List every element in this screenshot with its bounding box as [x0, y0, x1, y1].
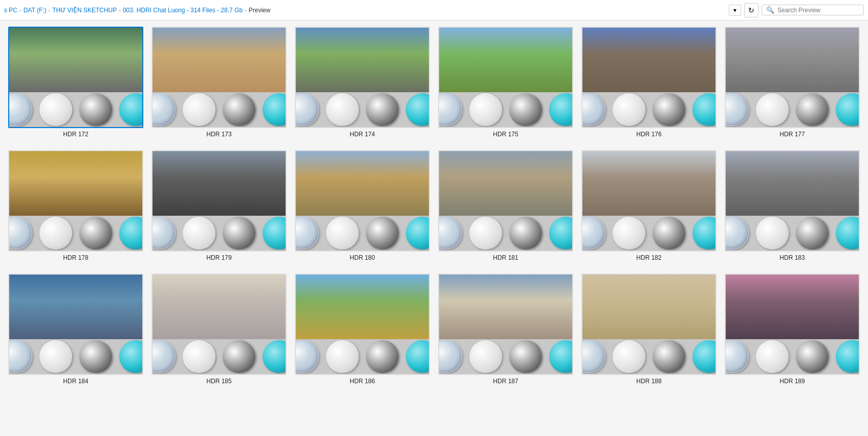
thumbnail-item-hdr-179[interactable]: HDR 179	[151, 150, 287, 261]
thumb-wrapper-hdr-173	[151, 27, 287, 128]
thumbnail-item-hdr-182[interactable]: HDR 182	[581, 150, 717, 261]
white-sphere-hdr-182	[613, 217, 645, 250]
thumb-label-hdr-183: HDR 183	[779, 254, 805, 261]
hdr-scene-hdr-181	[439, 151, 572, 216]
sphere-strip-hdr-188	[582, 339, 715, 374]
hdr-scene-hdr-188	[582, 275, 715, 339]
cyan-sphere-hdr-186	[406, 340, 430, 373]
hdr-scene-hdr-172	[9, 28, 142, 92]
glass-sphere-hdr-179	[151, 217, 176, 250]
thumbnail-item-hdr-176[interactable]: HDR 176	[581, 27, 717, 138]
glass-sphere-hdr-178	[8, 217, 32, 250]
cyan-sphere-hdr-189	[836, 340, 860, 373]
search-input[interactable]	[777, 7, 859, 14]
thumb-label-hdr-185: HDR 185	[206, 378, 231, 385]
hdr-scene-hdr-177	[726, 28, 859, 92]
cyan-sphere-hdr-175	[549, 93, 573, 126]
cyan-sphere-hdr-180	[406, 217, 430, 250]
glass-sphere-hdr-177	[725, 93, 749, 126]
thumb-wrapper-hdr-188	[581, 274, 717, 375]
white-sphere-hdr-184	[39, 340, 72, 373]
cyan-sphere-hdr-187	[549, 340, 573, 373]
hdr-scene-hdr-173	[153, 28, 286, 92]
hdr-scene-hdr-185	[153, 275, 286, 339]
thumbnail-item-hdr-183[interactable]: HDR 183	[725, 150, 860, 261]
thumb-wrapper-hdr-175	[438, 27, 573, 128]
thumbnail-item-hdr-175[interactable]: HDR 175	[438, 27, 573, 138]
glass-sphere-hdr-183	[725, 217, 749, 250]
white-sphere-hdr-173	[183, 93, 215, 126]
sphere-strip-hdr-184	[9, 339, 142, 374]
white-sphere-hdr-178	[39, 217, 72, 250]
thumbnail-item-hdr-189[interactable]: HDR 189	[725, 274, 860, 385]
chrome-sphere-hdr-173	[223, 93, 255, 126]
cyan-sphere-hdr-181	[549, 217, 573, 250]
chrome-sphere-hdr-174	[366, 93, 399, 126]
breadcrumb-item-0[interactable]: s PC	[4, 7, 17, 14]
thumbnail-item-hdr-186[interactable]: HDR 186	[295, 274, 430, 385]
breadcrumb-item-3[interactable]: 003. HDRI Chat Luong - 314 Files - 28.7 …	[123, 7, 243, 14]
breadcrumb-item-1[interactable]: DAT (F:)	[24, 7, 47, 14]
search-icon: 🔍	[766, 6, 774, 14]
thumb-wrapper-hdr-176	[581, 27, 717, 128]
white-sphere-hdr-180	[326, 217, 359, 250]
glass-sphere-hdr-184	[8, 340, 32, 373]
chrome-sphere-hdr-178	[79, 217, 112, 250]
chrome-sphere-hdr-188	[653, 340, 685, 373]
glass-sphere-hdr-174	[295, 93, 319, 126]
main-content: HDR 172HDR 173HDR 174HDR 175HDR 176HDR 1…	[0, 20, 868, 436]
search-box: 🔍	[762, 5, 864, 15]
thumb-label-hdr-184: HDR 184	[63, 378, 88, 385]
cyan-sphere-hdr-185	[263, 340, 287, 373]
sphere-strip-hdr-179	[153, 216, 286, 251]
chrome-sphere-hdr-189	[796, 340, 829, 373]
dropdown-button[interactable]: ▾	[729, 5, 741, 16]
thumb-wrapper-hdr-179	[151, 150, 287, 252]
thumb-label-hdr-173: HDR 173	[206, 131, 231, 138]
white-sphere-hdr-185	[183, 340, 215, 373]
glass-sphere-hdr-185	[151, 340, 176, 373]
thumb-label-hdr-175: HDR 175	[493, 131, 518, 138]
thumbnail-item-hdr-187[interactable]: HDR 187	[438, 274, 573, 385]
thumbnail-item-hdr-181[interactable]: HDR 181	[438, 150, 573, 261]
sphere-strip-hdr-177	[726, 92, 859, 127]
thumb-wrapper-hdr-183	[725, 150, 860, 252]
refresh-button[interactable]: ↻	[744, 3, 758, 17]
hdr-scene-hdr-178	[9, 151, 142, 216]
chrome-sphere-hdr-185	[223, 340, 255, 373]
thumbnail-item-hdr-180[interactable]: HDR 180	[295, 150, 430, 261]
white-sphere-hdr-183	[756, 217, 789, 250]
thumbnail-item-hdr-188[interactable]: HDR 188	[581, 274, 717, 385]
cyan-sphere-hdr-174	[406, 93, 430, 126]
white-sphere-hdr-187	[469, 340, 502, 373]
top-bar-actions: ▾ ↻ 🔍	[729, 3, 864, 17]
thumb-label-hdr-180: HDR 180	[350, 254, 375, 261]
thumbnail-item-hdr-174[interactable]: HDR 174	[295, 27, 430, 138]
top-bar: s PC›DAT (F:)›THƯ VIỆN SKETCHUP›003. HDR…	[0, 0, 868, 20]
thumb-label-hdr-181: HDR 181	[493, 254, 518, 261]
white-sphere-hdr-189	[756, 340, 789, 373]
thumbnail-item-hdr-177[interactable]: HDR 177	[725, 27, 860, 138]
glass-sphere-hdr-180	[295, 217, 319, 250]
glass-sphere-hdr-189	[725, 340, 749, 373]
thumb-wrapper-hdr-187	[438, 274, 573, 375]
hdr-scene-hdr-187	[439, 275, 572, 339]
breadcrumb-item-2[interactable]: THƯ VIỆN SKETCHUP	[52, 7, 117, 14]
white-sphere-hdr-179	[183, 217, 215, 250]
thumbnail-item-hdr-173[interactable]: HDR 173	[151, 27, 287, 138]
sphere-strip-hdr-189	[726, 339, 859, 374]
thumbnail-item-hdr-178[interactable]: HDR 178	[8, 150, 143, 261]
breadcrumb-sep-1: ›	[49, 7, 51, 13]
thumbnail-item-hdr-172[interactable]: HDR 172	[8, 27, 143, 138]
thumb-wrapper-hdr-180	[295, 150, 430, 252]
thumbnail-item-hdr-184[interactable]: HDR 184	[8, 274, 143, 385]
thumb-wrapper-hdr-178	[8, 150, 143, 252]
thumbnail-item-hdr-185[interactable]: HDR 185	[151, 274, 287, 385]
sphere-strip-hdr-181	[439, 216, 572, 251]
thumb-wrapper-hdr-184	[8, 274, 143, 375]
cyan-sphere-hdr-183	[836, 217, 860, 250]
breadcrumb-sep-3: ›	[245, 7, 247, 13]
thumb-wrapper-hdr-186	[295, 274, 430, 375]
thumb-label-hdr-172: HDR 172	[63, 131, 88, 138]
thumb-wrapper-hdr-172	[8, 27, 143, 128]
